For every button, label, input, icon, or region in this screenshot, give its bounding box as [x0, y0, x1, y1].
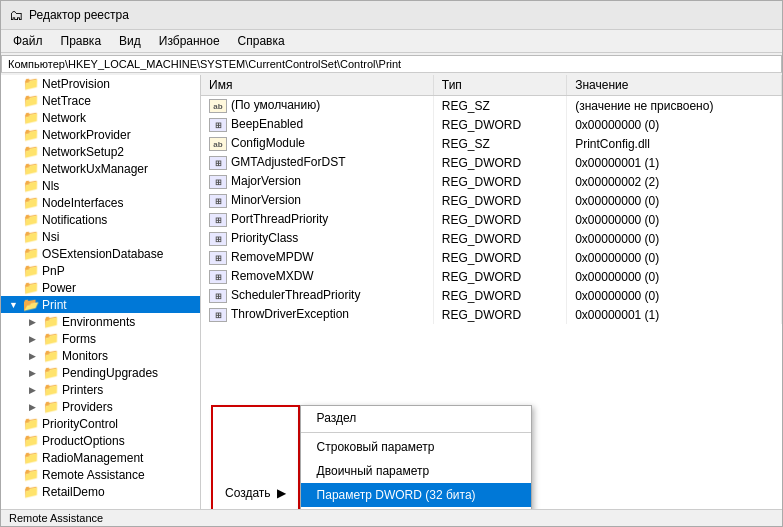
sidebar-item-prioritycontrol[interactable]: 📁 PriorityControl — [1, 415, 200, 432]
cell-value: PrintConfig.dll — [567, 134, 782, 153]
cell-name: ⊞MajorVersion — [201, 172, 433, 191]
sidebar-item-pnp[interactable]: 📁 PnP — [1, 262, 200, 279]
cell-name: ⊞ThrowDriverException — [201, 305, 433, 324]
tree-arrow: ▶ — [29, 402, 43, 412]
sidebar-label: Nls — [42, 179, 59, 193]
tree-arrow: ▶ — [29, 317, 43, 327]
menu-help[interactable]: Справка — [230, 32, 293, 50]
table-row[interactable]: ⊞GMTAdjustedForDSTREG_DWORD0x00000001 (1… — [201, 153, 782, 172]
folder-icon: 📁 — [23, 127, 39, 142]
table-row[interactable]: ab(По умолчанию)REG_SZ(значение не присв… — [201, 96, 782, 116]
sidebar-item-print[interactable]: ▼ 📂 Print — [1, 296, 200, 313]
submenu-item-qword[interactable]: Параметр QWORD (64 бита) — [301, 507, 531, 509]
menu-edit[interactable]: Правка — [53, 32, 110, 50]
sidebar-item-nettrace[interactable]: 📁 NetTrace — [1, 92, 200, 109]
folder-icon: 📂 — [23, 297, 39, 312]
sidebar-label: Printers — [62, 383, 103, 397]
folder-icon: 📁 — [23, 178, 39, 193]
cell-name: abConfigModule — [201, 134, 433, 153]
table-row[interactable]: ⊞ThrowDriverExceptionREG_DWORD0x00000001… — [201, 305, 782, 324]
folder-icon: 📁 — [43, 314, 59, 329]
sidebar-item-networkuxmanager[interactable]: 📁 NetworkUxManager — [1, 160, 200, 177]
reg-name: MinorVersion — [231, 193, 301, 207]
sidebar-label: Nsi — [42, 230, 59, 244]
cell-type: REG_DWORD — [433, 286, 566, 305]
sidebar-item-retaildemo[interactable]: 📁 RetailDemo — [1, 483, 200, 500]
folder-icon: 📁 — [23, 263, 39, 278]
sidebar-label: Providers — [62, 400, 113, 414]
sidebar-item-radiomanagement[interactable]: 📁 RadioManagement — [1, 449, 200, 466]
window-title: Редактор реестра — [29, 8, 129, 22]
sidebar-item-networkprovider[interactable]: 📁 NetworkProvider — [1, 126, 200, 143]
sidebar-item-netprovision[interactable]: 📁 NetProvision — [1, 75, 200, 92]
menu-favorites[interactable]: Избранное — [151, 32, 228, 50]
folder-icon: 📁 — [23, 76, 39, 91]
cell-value: 0x00000002 (2) — [567, 172, 782, 191]
cell-name: ⊞SchedulerThreadPriority — [201, 286, 433, 305]
sidebar-item-printers[interactable]: ▶ 📁 Printers — [1, 381, 200, 398]
right-panel: Имя Тип Значение ab(По умолчанию)REG_SZ(… — [201, 75, 782, 509]
sidebar-item-nsi[interactable]: 📁 Nsi — [1, 228, 200, 245]
sidebar-label: Print — [42, 298, 67, 312]
table-row[interactable]: ⊞MinorVersionREG_DWORD0x00000000 (0) — [201, 191, 782, 210]
submenu-item-string[interactable]: Строковый параметр — [301, 435, 531, 459]
reg-name: GMTAdjustedForDST — [231, 155, 345, 169]
submenu-item-binary[interactable]: Двоичный параметр — [301, 459, 531, 483]
table-row[interactable]: ⊞PriorityClassREG_DWORD0x00000000 (0) — [201, 229, 782, 248]
sidebar-label: ProductOptions — [42, 434, 125, 448]
address-path: Компьютер\HKEY_LOCAL_MACHINE\SYSTEM\Curr… — [8, 58, 401, 70]
cell-name: ab(По умолчанию) — [201, 96, 433, 116]
folder-icon: 📁 — [43, 348, 59, 363]
menu-view[interactable]: Вид — [111, 32, 149, 50]
sidebar-item-network[interactable]: 📁 Network — [1, 109, 200, 126]
menu-file[interactable]: Файл — [5, 32, 51, 50]
sidebar-item-remoteassistance[interactable]: 📁 Remote Assistance — [1, 466, 200, 483]
sidebar-item-productoptions[interactable]: 📁 ProductOptions — [1, 432, 200, 449]
folder-icon: 📁 — [23, 144, 39, 159]
sidebar-item-monitors[interactable]: ▶ 📁 Monitors — [1, 347, 200, 364]
submenu-item-dword[interactable]: Параметр DWORD (32 бита) — [301, 483, 531, 507]
folder-icon: 📁 — [43, 365, 59, 380]
folder-icon: 📁 — [23, 450, 39, 465]
create-button[interactable]: Создать ▶ — [211, 405, 300, 509]
cell-type: REG_SZ — [433, 96, 566, 116]
address-bar: Компьютер\HKEY_LOCAL_MACHINE\SYSTEM\Curr… — [1, 55, 782, 73]
sidebar-item-osextdb[interactable]: 📁 OSExtensionDatabase — [1, 245, 200, 262]
reg-name: PortThreadPriority — [231, 212, 328, 226]
dword-reg-icon: ⊞ — [209, 213, 227, 227]
sidebar-item-power[interactable]: 📁 Power — [1, 279, 200, 296]
sidebar-item-nodeinterfaces[interactable]: 📁 NodeInterfaces — [1, 194, 200, 211]
sidebar-item-environments[interactable]: ▶ 📁 Environments — [1, 313, 200, 330]
table-row[interactable]: ⊞SchedulerThreadPriorityREG_DWORD0x00000… — [201, 286, 782, 305]
sidebar-item-pendingupgrades[interactable]: ▶ 📁 PendingUpgrades — [1, 364, 200, 381]
sidebar-item-notifications[interactable]: 📁 Notifications — [1, 211, 200, 228]
reg-name: (По умолчанию) — [231, 98, 320, 112]
sidebar-item-providers[interactable]: ▶ 📁 Providers — [1, 398, 200, 415]
table-row[interactable]: ⊞PortThreadPriorityREG_DWORD0x00000000 (… — [201, 210, 782, 229]
table-row[interactable]: ⊞BeepEnabledREG_DWORD0x00000000 (0) — [201, 115, 782, 134]
sidebar-item-networksetup2[interactable]: 📁 NetworkSetup2 — [1, 143, 200, 160]
sidebar-label: PnP — [42, 264, 65, 278]
table-row[interactable]: ⊞RemoveMXDWREG_DWORD0x00000000 (0) — [201, 267, 782, 286]
cell-type: REG_SZ — [433, 134, 566, 153]
sidebar-label: Network — [42, 111, 86, 125]
table-row[interactable]: ⊞RemoveMPDWREG_DWORD0x00000000 (0) — [201, 248, 782, 267]
sidebar-item-nls[interactable]: 📁 Nls — [1, 177, 200, 194]
sidebar-item-forms[interactable]: ▶ 📁 Forms — [1, 330, 200, 347]
tree-arrow: ▶ — [29, 351, 43, 361]
cell-name: ⊞BeepEnabled — [201, 115, 433, 134]
cell-value: 0x00000000 (0) — [567, 248, 782, 267]
tree-arrow: ▶ — [29, 368, 43, 378]
table-row[interactable]: ⊞MajorVersionREG_DWORD0x00000002 (2) — [201, 172, 782, 191]
folder-icon: 📁 — [43, 382, 59, 397]
reg-name: SchedulerThreadPriority — [231, 288, 360, 302]
table-row[interactable]: abConfigModuleREG_SZPrintConfig.dll — [201, 134, 782, 153]
reg-name: ThrowDriverException — [231, 307, 349, 321]
dword-reg-icon: ⊞ — [209, 251, 227, 265]
submenu-item-section[interactable]: Раздел — [301, 406, 531, 430]
menu-bar: Файл Правка Вид Избранное Справка — [1, 30, 782, 53]
cell-type: REG_DWORD — [433, 229, 566, 248]
folder-icon: 📁 — [23, 229, 39, 244]
folder-icon: 📁 — [43, 399, 59, 414]
sidebar-label: Forms — [62, 332, 96, 346]
